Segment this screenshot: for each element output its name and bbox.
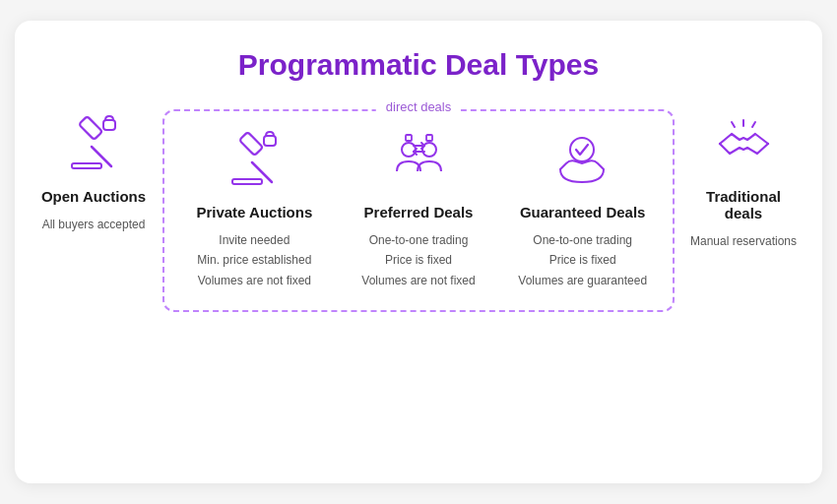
svg-rect-11 — [426, 135, 432, 141]
desc-preferred-deals: One-to-one tradingPrice is fixedVolumes … — [361, 230, 475, 290]
icon-traditional-deals — [709, 109, 778, 178]
svg-line-14 — [732, 122, 735, 127]
svg-rect-2 — [103, 120, 115, 130]
column-traditional-deals: Traditional deals Manual reservations — [684, 109, 803, 251]
svg-rect-0 — [78, 115, 101, 139]
desc-guaranteed-deals: One-to-one tradingPrice is fixedVolumes … — [518, 230, 647, 290]
title-guaranteed-deals: Guaranteed Deals — [520, 204, 646, 220]
direct-deals-label: direct deals — [376, 99, 461, 114]
title-private-auctions: Private Auctions — [196, 204, 312, 220]
title-open-auctions: Open Auctions — [41, 188, 146, 205]
svg-point-12 — [570, 138, 594, 161]
column-preferred-deals: Preferred Deals One-to-one tradingPrice … — [337, 125, 501, 290]
column-guaranteed-deals: Guaranteed Deals One-to-one tradingPrice… — [500, 125, 665, 290]
desc-private-auctions: Invite neededMin. price establishedVolum… — [197, 230, 311, 290]
svg-rect-6 — [264, 136, 276, 146]
svg-line-15 — [752, 122, 755, 127]
column-open-auctions: Open Auctions All buyers accepted — [34, 109, 153, 234]
direct-deals-box: direct deals Private Auctions Invite nee… — [162, 109, 675, 312]
svg-rect-4 — [239, 131, 263, 155]
icon-guaranteed-deals — [548, 125, 617, 194]
svg-rect-7 — [232, 179, 262, 184]
title-preferred-deals: Preferred Deals — [364, 204, 474, 220]
icon-private-auctions — [220, 125, 289, 194]
icon-preferred-deals — [384, 125, 453, 194]
icon-open-auctions — [59, 109, 128, 178]
content-row: Open Auctions All buyers accepted direct… — [34, 109, 803, 312]
svg-rect-3 — [72, 163, 101, 168]
column-private-auctions: Private Auctions Invite neededMin. price… — [172, 125, 337, 290]
svg-rect-10 — [406, 135, 412, 141]
desc-open-auctions: All buyers accepted — [42, 215, 146, 234]
main-card: Programmatic Deal Types Open Auctions — [15, 21, 822, 483]
page-title: Programmatic Deal Types — [238, 48, 599, 82]
desc-traditional-deals: Manual reservations — [690, 231, 797, 251]
title-traditional-deals: Traditional deals — [688, 188, 799, 221]
